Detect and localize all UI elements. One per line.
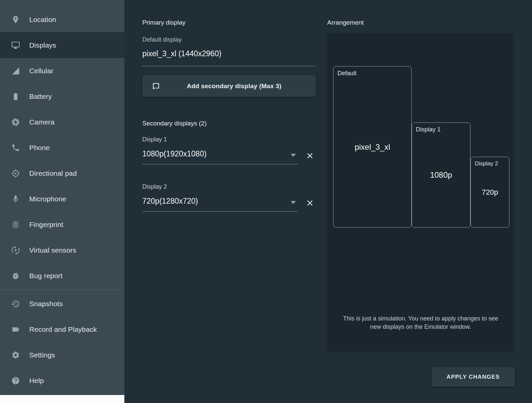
display-1-select[interactable]: 1080p(1920x1080) (142, 149, 298, 164)
fingerprint-icon (11, 220, 20, 229)
sidebar-item-cellular[interactable]: Cellular (0, 58, 124, 84)
sidebar-item-label: Record and Playback (29, 325, 97, 333)
sidebar-item-label: Location (29, 16, 56, 24)
default-display-label: Default display (142, 36, 316, 43)
camera-aperture-icon (11, 118, 20, 126)
display-2-row: 720p(1280x720) (142, 197, 316, 212)
display-1-label: Display 1 (142, 136, 316, 143)
add-display-icon (151, 82, 160, 91)
add-secondary-display-label: Add secondary display (Max 3) (160, 83, 308, 90)
arrangement-box-value: 720p (482, 188, 498, 197)
sidebar-item-label: Bug report (29, 272, 63, 280)
arrangement-box-value: 1080p (430, 170, 452, 180)
arrangement-default-box[interactable]: Default pixel_3_xl (333, 66, 412, 228)
sidebar-item-fingerprint[interactable]: Fingerprint (0, 212, 124, 237)
chevron-down-icon (291, 201, 296, 204)
arrangement-box-label: Display 2 (475, 160, 498, 167)
sidebar-item-label: Virtual sensors (29, 246, 76, 254)
displays-settings-pane: Primary display Default display pixel_3_… (142, 0, 316, 212)
sidebar-item-snapshots[interactable]: Snapshots (0, 291, 124, 316)
sidebar-item-label: Cellular (29, 67, 54, 75)
arrangement-box-label: Display 1 (416, 126, 441, 133)
sidebar-item-phone[interactable]: Phone (0, 135, 124, 160)
primary-display-heading: Primary display (142, 0, 316, 26)
remove-display-2-button[interactable] (305, 197, 316, 209)
cellular-signal-icon (11, 67, 20, 75)
bug-icon (11, 272, 20, 280)
arrangement-box-label: Default (337, 70, 356, 77)
sidebar-item-label: Directional pad (29, 169, 77, 177)
sidebar-divider (0, 290, 124, 290)
sidebar-item-location[interactable]: Location (0, 7, 124, 32)
videocam-icon (11, 325, 20, 334)
display-1-row: 1080p(1920x1080) (142, 149, 316, 164)
monitor-icon (11, 41, 20, 50)
sidebar-item-label: Snapshots (29, 300, 63, 308)
sidebar-item-displays[interactable]: Displays (0, 32, 124, 58)
history-icon (11, 300, 20, 308)
secondary-displays-heading: Secondary displays (2) (142, 120, 316, 127)
arrangement-box-value: pixel_3_xl (355, 142, 390, 152)
display-1-selected-value: 1080p(1920x1080) (142, 149, 206, 158)
microphone-icon (11, 195, 20, 203)
arrangement-panel: Default pixel_3_xl Display 1 1080p Displ… (327, 33, 514, 352)
sidebar-item-label: Displays (29, 41, 56, 49)
arrangement-heading: Arrangement (327, 19, 364, 26)
display-2-selected-value: 720p(1280x720) (142, 197, 198, 206)
sidebar-item-label: Microphone (29, 195, 66, 203)
desktop-background-strip (0, 395, 124, 403)
chevron-down-icon (291, 154, 296, 157)
battery-icon (11, 92, 20, 101)
display-2-select[interactable]: 720p(1280x720) (142, 197, 298, 212)
dpad-icon (11, 169, 20, 178)
sidebar-item-microphone[interactable]: Microphone (0, 186, 124, 212)
sidebar-item-label: Settings (29, 351, 55, 359)
phone-icon (11, 143, 20, 152)
sidebar-item-virtual-sensors[interactable]: Virtual sensors (0, 237, 124, 263)
sidebar-item-camera[interactable]: Camera (0, 109, 124, 135)
apply-changes-button[interactable]: APPLY CHANGES (432, 367, 515, 387)
help-icon (11, 376, 20, 385)
sidebar-item-label: Fingerprint (29, 221, 64, 229)
sidebar-item-label: Phone (29, 144, 50, 152)
default-display-value: pixel_3_xl (1440x2960) (142, 49, 316, 66)
location-pin-icon (11, 15, 20, 24)
sidebar-item-bug-report[interactable]: Bug report (0, 263, 124, 289)
add-secondary-display-button[interactable]: Add secondary display (Max 3) (142, 75, 316, 97)
arrangement-display-1-box[interactable]: Display 1 1080p (412, 122, 470, 228)
sidebar-item-directional-pad[interactable]: Directional pad (0, 160, 124, 186)
sidebar-item-help[interactable]: Help (0, 368, 124, 393)
simulation-note: This is just a simulation. You need to a… (342, 314, 499, 331)
sidebar-item-battery[interactable]: Battery (0, 84, 124, 109)
sidebar-item-label: Help (29, 377, 44, 385)
sidebar-item-label: Battery (29, 93, 52, 101)
sidebar-item-label: Camera (29, 118, 55, 126)
arrangement-display-2-box[interactable]: Display 2 720p (470, 157, 509, 228)
display-2-label: Display 2 (142, 183, 316, 190)
sidebar: Location Displays Cellular Battery Camer… (0, 0, 124, 395)
sidebar-item-settings[interactable]: Settings (0, 342, 124, 368)
sidebar-item-record-playback[interactable]: Record and Playback (0, 316, 124, 342)
virtual-sensors-icon (11, 246, 20, 255)
gear-icon (11, 351, 20, 359)
remove-display-1-button[interactable] (305, 150, 316, 161)
